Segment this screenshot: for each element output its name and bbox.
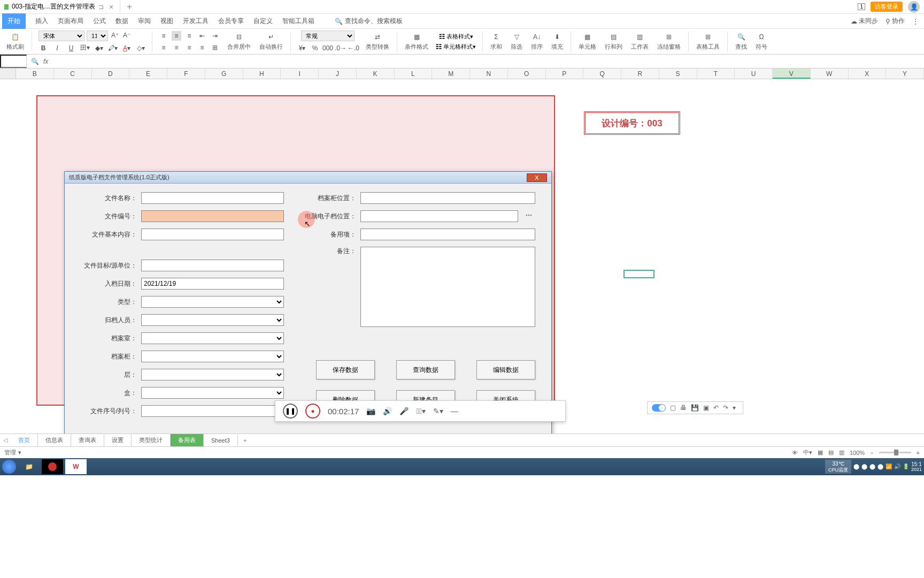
menu-formula[interactable]: 公式 bbox=[93, 17, 106, 26]
col-O[interactable]: O bbox=[508, 69, 546, 79]
edit-button[interactable]: 编辑数据 bbox=[476, 360, 535, 379]
menu-smart[interactable]: 智能工具箱 bbox=[282, 17, 314, 26]
document-tab[interactable]: 003-指定电…置的文件管理表 ⊐ × bbox=[0, 0, 120, 13]
view-normal-icon[interactable]: ▦ bbox=[818, 449, 823, 456]
camera-icon[interactable]: 📷 bbox=[366, 407, 375, 415]
formula-input[interactable] bbox=[52, 57, 480, 65]
number-format-select[interactable]: 常规 bbox=[301, 31, 355, 41]
sheet-spare[interactable]: 备用表 bbox=[171, 434, 204, 446]
tab-pin[interactable]: ⊐ bbox=[98, 3, 104, 11]
font-size-select[interactable]: 11 bbox=[87, 31, 108, 41]
sheet-query[interactable]: 查询表 bbox=[71, 434, 104, 446]
wrap-icon[interactable]: ↵ bbox=[266, 32, 276, 42]
merge-icon[interactable]: ⊟ bbox=[234, 32, 244, 42]
col-C[interactable]: C bbox=[54, 69, 92, 79]
save-button[interactable]: 保存数据 bbox=[316, 360, 375, 379]
undo-icon[interactable]: ↶ bbox=[713, 404, 719, 412]
tray-volume-icon[interactable]: 🔊 bbox=[894, 463, 900, 469]
user-avatar[interactable]: 👤 bbox=[908, 1, 920, 13]
table-style-btn[interactable]: ☷ 表格样式▾ bbox=[439, 33, 473, 41]
thousands-icon[interactable]: 000 bbox=[323, 43, 333, 53]
pen-icon[interactable]: ✎▾ bbox=[433, 407, 443, 415]
align-mid-icon[interactable]: ≡ bbox=[172, 31, 181, 41]
speaker-icon[interactable]: 🔊 bbox=[383, 407, 392, 415]
tray-icon-3[interactable]: ⬤ bbox=[869, 463, 875, 469]
col-V[interactable]: V bbox=[773, 69, 811, 79]
col-H[interactable]: H bbox=[243, 69, 281, 79]
align-right-icon[interactable]: ≡ bbox=[184, 43, 194, 52]
tray-icon-1[interactable]: ⬤ bbox=[853, 463, 859, 469]
col-Q[interactable]: Q bbox=[583, 69, 621, 79]
increase-font-icon[interactable]: A⁺ bbox=[110, 31, 120, 40]
explorer-icon[interactable]: 📁 bbox=[18, 459, 40, 474]
rowcol-icon[interactable]: ▤ bbox=[609, 32, 619, 42]
col-J[interactable]: J bbox=[319, 69, 357, 79]
menu-view[interactable]: 视图 bbox=[160, 17, 173, 26]
sheet-nav-prev[interactable]: ◁ bbox=[0, 437, 11, 444]
decrease-font-icon[interactable]: A⁻ bbox=[122, 31, 132, 40]
room-select[interactable] bbox=[141, 332, 284, 344]
dialog-close-button[interactable]: X bbox=[527, 173, 547, 182]
screenshot-icon[interactable]: ▢ bbox=[670, 404, 676, 412]
format-painter[interactable]: 格式刷 bbox=[6, 43, 24, 51]
cell-style-btn[interactable]: ☷ 单元格样式▾ bbox=[436, 43, 476, 51]
minimize-icon[interactable]: — bbox=[451, 407, 458, 415]
inc-decimal-icon[interactable]: .0→ bbox=[336, 43, 345, 53]
sheet-settings[interactable]: 设置 bbox=[104, 434, 132, 446]
dec-decimal-icon[interactable]: ←.0 bbox=[349, 43, 358, 53]
target-input[interactable] bbox=[141, 260, 284, 271]
col-D[interactable]: D bbox=[92, 69, 130, 79]
sheet-3[interactable]: Sheet3 bbox=[204, 435, 238, 446]
window-layout-icon[interactable]: 1 bbox=[858, 3, 865, 10]
font-family-select[interactable]: 宋体 bbox=[38, 31, 84, 41]
col-P[interactable]: P bbox=[546, 69, 584, 79]
mini-toolbar[interactable]: ▢ 🖶 💾 ▣ ↶ ↷ ▾ bbox=[647, 401, 743, 414]
sheet-info[interactable]: 信息表 bbox=[38, 434, 71, 446]
cell-icon[interactable]: ▦ bbox=[583, 32, 592, 42]
align-top-icon[interactable]: ≡ bbox=[159, 31, 168, 41]
menu-member[interactable]: 会员专享 bbox=[218, 17, 244, 26]
type-select[interactable] bbox=[141, 296, 284, 308]
collab-button[interactable]: ⚲ 协作 bbox=[886, 17, 905, 26]
tray-icon-4[interactable]: ⬤ bbox=[877, 463, 883, 469]
tray-battery-icon[interactable]: 🔋 bbox=[903, 463, 909, 469]
fill-icon[interactable]: ⬇ bbox=[552, 32, 562, 42]
currency-icon[interactable]: ¥▾ bbox=[297, 43, 307, 53]
cabinet-select[interactable] bbox=[141, 351, 284, 362]
save-icon[interactable]: 💾 bbox=[691, 404, 699, 412]
start-button[interactable] bbox=[2, 460, 16, 474]
dropdown-icon[interactable]: ▾ bbox=[733, 404, 736, 412]
col-R[interactable]: R bbox=[621, 69, 659, 79]
tray-wifi-icon[interactable]: 📶 bbox=[886, 463, 892, 469]
remark-textarea[interactable] bbox=[360, 247, 535, 327]
menu-review[interactable]: 审阅 bbox=[138, 17, 151, 26]
new-tab-button[interactable]: + bbox=[120, 2, 138, 12]
temperature-widget[interactable]: 33℃CPU温度 bbox=[825, 460, 851, 474]
menu-start[interactable]: 开始 bbox=[2, 13, 26, 29]
mic-off-icon[interactable]: 🎤⃠▾ bbox=[416, 407, 425, 415]
indent-dec-icon[interactable]: ⇤ bbox=[197, 31, 207, 41]
align-justify-icon[interactable]: ≡ bbox=[197, 43, 207, 52]
menu-data[interactable]: 数据 bbox=[116, 17, 128, 26]
recording-toolbar[interactable]: ❚❚ ● 00:02:17 📷 🔊 🎤 🎤⃠▾ ✎▾ — bbox=[275, 400, 566, 422]
col-U[interactable]: U bbox=[735, 69, 773, 79]
col-G[interactable]: G bbox=[205, 69, 243, 79]
date-input[interactable] bbox=[141, 278, 284, 290]
col-Y[interactable]: Y bbox=[886, 69, 924, 79]
query-button[interactable]: 查询数据 bbox=[396, 360, 455, 379]
sum-icon[interactable]: Σ bbox=[491, 32, 501, 42]
content-input[interactable] bbox=[141, 229, 284, 240]
command-search[interactable]: 🔍 查找命令、搜索模板 bbox=[335, 17, 403, 26]
sort-icon[interactable]: A↓ bbox=[532, 32, 542, 42]
font-color-icon[interactable]: A▾ bbox=[122, 43, 132, 53]
person-select[interactable] bbox=[141, 314, 284, 326]
col-N[interactable]: N bbox=[470, 69, 508, 79]
loc-input[interactable] bbox=[360, 192, 535, 204]
percent-icon[interactable]: % bbox=[310, 43, 320, 53]
find-icon[interactable]: 🔍 bbox=[736, 32, 746, 42]
layer-select[interactable] bbox=[141, 369, 284, 381]
status-dropdown-icon[interactable]: ▾ bbox=[18, 449, 21, 456]
eloc-input[interactable] bbox=[360, 210, 518, 222]
lang-icon[interactable]: 中▾ bbox=[803, 448, 812, 457]
view-page-icon[interactable]: ▥ bbox=[839, 449, 844, 456]
